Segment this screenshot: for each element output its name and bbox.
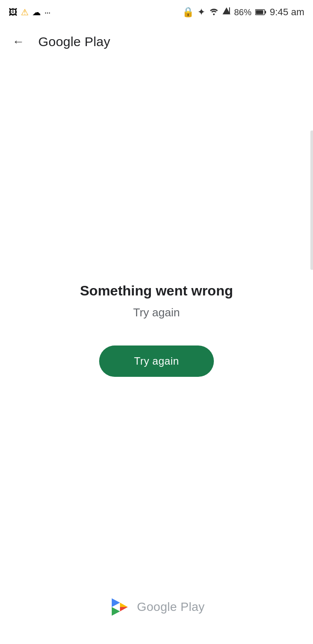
cloud-icon: ☁ [32,7,41,17]
status-bar-right-icons: 🔒 ✦ 86% 9:45 am [182,7,304,18]
app-bar-title: Google Play [38,34,110,49]
image-icon: 🖼 [9,7,17,17]
bluetooth-icon: ✦ [197,7,205,18]
try-again-button[interactable]: Try again [99,345,214,377]
battery-icon [255,7,266,18]
scroll-indicator [310,131,313,270]
google-play-logo-icon [108,596,130,618]
status-bar-left-icons: 🖼 ⚠ ☁ ··· [9,7,50,17]
lock-icon: 🔒 [182,7,194,18]
svg-rect-5 [256,10,263,14]
error-subtitle: Try again [133,306,180,319]
status-time: 9:45 am [270,7,305,18]
status-bar: 🖼 ⚠ ☁ ··· 🔒 ✦ 86% 9: [0,0,313,24]
back-arrow-icon: ← [12,35,24,49]
bottom-brand-label: Google Play [137,600,205,614]
error-title: Something went wrong [80,283,233,299]
svg-point-0 [213,13,215,15]
bottom-branding: Google Play [0,596,313,618]
wifi-icon [209,7,219,18]
svg-rect-4 [265,11,266,13]
signal-icon [223,7,230,18]
warning-icon: ⚠ [21,7,29,17]
more-icon: ··· [44,7,50,17]
app-bar: ← Google Play [0,24,313,59]
back-button[interactable]: ← [9,32,28,51]
main-content: Something went wrong Try again Try again [0,59,313,600]
battery-percentage: 86% [234,7,251,17]
